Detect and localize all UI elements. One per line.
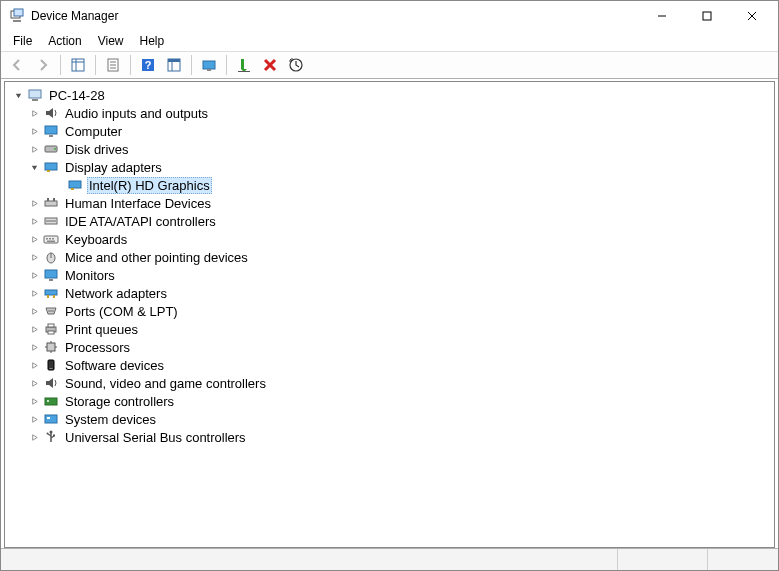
chevron-right-icon[interactable] <box>27 124 41 138</box>
show-hide-tree-button[interactable] <box>66 54 90 76</box>
chevron-right-icon[interactable] <box>27 106 41 120</box>
mouse-icon <box>43 249 59 265</box>
keyboard-icon <box>43 231 59 247</box>
svg-rect-19 <box>203 61 215 69</box>
tree-category-label: System devices <box>63 412 158 427</box>
chevron-right-icon[interactable] <box>27 232 41 246</box>
tree-category-label: Ports (COM & LPT) <box>63 304 180 319</box>
tree-category[interactable]: Disk drives <box>7 140 772 158</box>
update-driver-button[interactable] <box>197 54 221 76</box>
tree-category[interactable]: Monitors <box>7 266 772 284</box>
svg-rect-68 <box>45 415 57 423</box>
tree-category[interactable]: IDE ATA/ATAPI controllers <box>7 212 772 230</box>
chevron-right-icon[interactable] <box>27 322 41 336</box>
disk-icon <box>43 141 59 157</box>
maximize-button[interactable] <box>684 1 729 31</box>
tree-category[interactable]: Network adapters <box>7 284 772 302</box>
chevron-right-icon[interactable] <box>27 358 41 372</box>
tree-category-expanded[interactable]: Display adapters <box>7 158 772 176</box>
svg-rect-69 <box>47 417 50 419</box>
tree-category[interactable]: Processors <box>7 338 772 356</box>
chevron-down-icon[interactable] <box>27 160 41 174</box>
tree-category-label: Monitors <box>63 268 117 283</box>
tree-category-label: Universal Serial Bus controllers <box>63 430 248 445</box>
menu-help[interactable]: Help <box>132 32 173 50</box>
network-icon <box>43 285 59 301</box>
tree-category[interactable]: Software devices <box>7 356 772 374</box>
tree-category[interactable]: Computer <box>7 122 772 140</box>
tree-device-selected[interactable]: Intel(R) HD Graphics <box>7 176 772 194</box>
sound-icon <box>43 375 59 391</box>
svg-rect-32 <box>45 163 57 170</box>
expander-empty <box>51 178 65 192</box>
computer-icon <box>27 87 43 103</box>
chevron-right-icon[interactable] <box>27 430 41 444</box>
tree-category[interactable]: Audio inputs and outputs <box>7 104 772 122</box>
back-button[interactable] <box>5 54 29 76</box>
tree-category-label: Storage controllers <box>63 394 176 409</box>
audio-icon <box>43 105 59 121</box>
chevron-down-icon[interactable] <box>11 88 25 102</box>
chevron-right-icon[interactable] <box>27 286 41 300</box>
chevron-right-icon[interactable] <box>27 142 41 156</box>
svg-rect-27 <box>32 99 38 101</box>
device-tree-panel[interactable]: PC-14-28 Audio inputs and outputs Comput… <box>4 81 775 548</box>
chevron-right-icon[interactable] <box>27 412 41 426</box>
chevron-right-icon[interactable] <box>27 268 41 282</box>
chevron-right-icon[interactable] <box>27 196 41 210</box>
window-title: Device Manager <box>31 9 118 23</box>
tree-category[interactable]: Universal Serial Bus controllers <box>7 428 772 446</box>
close-button[interactable] <box>729 1 774 31</box>
tree-category-label: Display adapters <box>63 160 164 175</box>
action-app-button[interactable] <box>162 54 186 76</box>
hid-icon <box>43 195 59 211</box>
uninstall-device-button[interactable] <box>258 54 282 76</box>
svg-rect-26 <box>29 90 41 98</box>
status-cell <box>618 549 708 570</box>
tree-category-label: Software devices <box>63 358 166 373</box>
chevron-right-icon[interactable] <box>27 376 41 390</box>
tree-category-label: Print queues <box>63 322 140 337</box>
tree-category-label: Computer <box>63 124 124 139</box>
display-adapter-icon <box>67 177 83 193</box>
svg-point-55 <box>52 310 54 312</box>
enable-device-button[interactable] <box>232 54 256 76</box>
printer-icon <box>43 321 59 337</box>
tree-category[interactable]: Mice and other pointing devices <box>7 248 772 266</box>
properties-button[interactable] <box>101 54 125 76</box>
scan-hardware-button[interactable] <box>284 54 308 76</box>
tree-category[interactable]: Sound, video and game controllers <box>7 374 772 392</box>
tree-category[interactable]: System devices <box>7 410 772 428</box>
tree-category[interactable]: Human Interface Devices <box>7 194 772 212</box>
tree-category[interactable]: Keyboards <box>7 230 772 248</box>
forward-button[interactable] <box>31 54 55 76</box>
svg-rect-28 <box>45 126 57 134</box>
tree-root[interactable]: PC-14-28 <box>7 86 772 104</box>
svg-rect-59 <box>47 343 55 351</box>
menu-action[interactable]: Action <box>40 32 89 50</box>
tree-category-label: Mice and other pointing devices <box>63 250 250 265</box>
menu-file[interactable]: File <box>5 32 40 50</box>
svg-rect-57 <box>48 324 54 327</box>
toolbar-separator <box>130 55 131 75</box>
chevron-right-icon[interactable] <box>27 250 41 264</box>
tree-category[interactable]: Ports (COM & LPT) <box>7 302 772 320</box>
help-button[interactable]: ? <box>136 54 160 76</box>
tree-category-label: Processors <box>63 340 132 355</box>
device-tree: PC-14-28 Audio inputs and outputs Comput… <box>5 82 774 450</box>
menu-view[interactable]: View <box>90 32 132 50</box>
svg-text:?: ? <box>145 59 152 71</box>
chevron-right-icon[interactable] <box>27 214 41 228</box>
minimize-button[interactable] <box>639 1 684 31</box>
chevron-right-icon[interactable] <box>27 304 41 318</box>
tree-category-label: Network adapters <box>63 286 169 301</box>
tree-category[interactable]: Print queues <box>7 320 772 338</box>
chevron-right-icon[interactable] <box>27 394 41 408</box>
svg-rect-22 <box>238 71 250 72</box>
display-adapter-icon <box>43 159 59 175</box>
menubar: File Action View Help <box>1 31 778 51</box>
svg-rect-4 <box>703 12 711 20</box>
chevron-right-icon[interactable] <box>27 340 41 354</box>
svg-rect-37 <box>47 198 49 201</box>
tree-category[interactable]: Storage controllers <box>7 392 772 410</box>
